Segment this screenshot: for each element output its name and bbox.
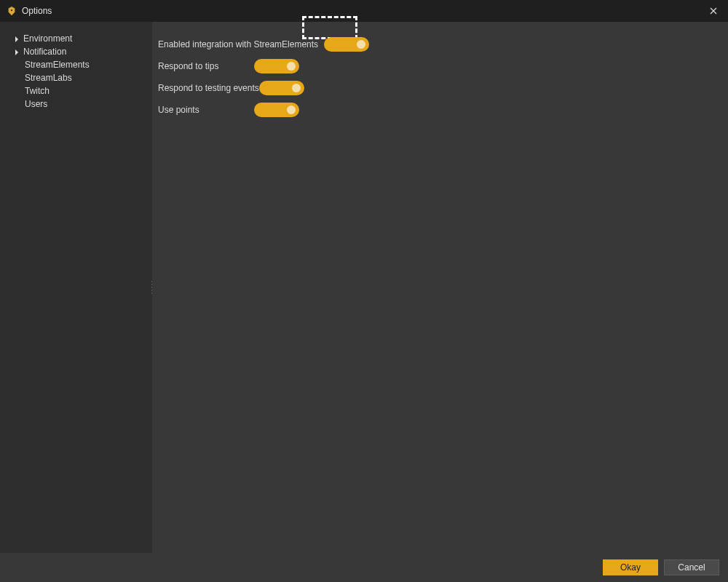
setting-label: Enabled integration with StreamElements xyxy=(158,39,324,49)
sidebar-item-twitch[interactable]: Twitch xyxy=(0,84,152,97)
app-icon xyxy=(6,5,17,17)
sidebar-item-label: Users xyxy=(25,99,47,109)
setting-label: Use points xyxy=(158,105,254,115)
setting-row-use-points: Use points xyxy=(158,99,722,121)
toggle-knob xyxy=(287,105,296,114)
toggle-knob xyxy=(292,84,301,92)
toggle-knob xyxy=(357,40,365,49)
toggle-use-points[interactable] xyxy=(254,103,299,117)
caret-right-icon xyxy=(15,36,19,41)
okay-button[interactable]: Okay xyxy=(603,559,658,575)
sidebar-item-notification[interactable]: Notification xyxy=(0,45,152,58)
toggle-enabled-integration[interactable] xyxy=(324,37,369,52)
sidebar-item-users[interactable]: Users xyxy=(0,97,152,111)
sidebar-item-label: Environment xyxy=(23,33,72,44)
sidebar-item-label: StreamElements xyxy=(25,60,90,70)
sidebar-item-environment[interactable]: Environment xyxy=(0,32,152,45)
svg-point-0 xyxy=(11,9,12,11)
sidebar-item-label: Twitch xyxy=(25,86,50,96)
setting-row-respond-tips: Respond to tips xyxy=(158,55,722,77)
close-button[interactable] xyxy=(705,2,722,20)
sidebar-item-label: StreamLabs xyxy=(25,73,72,83)
setting-label: Respond to tips xyxy=(158,61,254,71)
footer: Okay Cancel xyxy=(0,553,728,582)
toggle-respond-testing[interactable] xyxy=(259,81,304,95)
caret-right-icon xyxy=(15,49,19,54)
window-title: Options xyxy=(22,6,52,16)
button-label: Okay xyxy=(620,562,641,573)
setting-row-respond-testing: Respond to testing events xyxy=(158,77,722,99)
toggle-respond-tips[interactable] xyxy=(254,59,299,73)
sidebar-item-streamelements[interactable]: StreamElements xyxy=(0,58,152,71)
sidebar-item-streamlabs[interactable]: StreamLabs xyxy=(0,71,152,84)
main-area: Environment Notification StreamElements … xyxy=(0,22,728,553)
setting-label: Respond to testing events xyxy=(158,83,259,93)
cancel-button[interactable]: Cancel xyxy=(664,559,719,575)
settings-panel: Enabled integration with StreamElements … xyxy=(152,22,728,553)
titlebar: Options xyxy=(0,0,728,22)
sidebar-item-label: Notification xyxy=(23,47,66,57)
sidebar: Environment Notification StreamElements … xyxy=(0,22,152,553)
toggle-knob xyxy=(287,62,296,71)
setting-row-enabled-integration: Enabled integration with StreamElements xyxy=(158,33,722,55)
button-label: Cancel xyxy=(678,562,705,573)
